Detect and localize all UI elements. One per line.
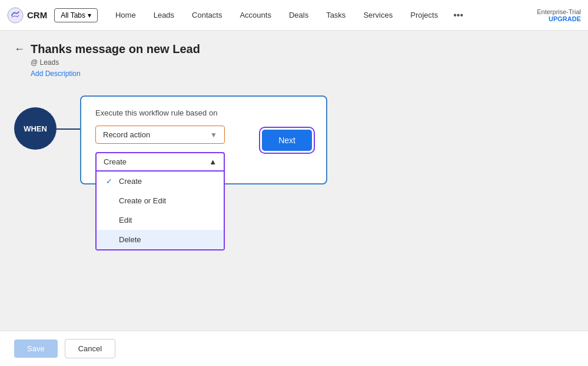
- nav-more-button[interactable]: •••: [447, 6, 469, 24]
- when-circle: WHEN: [14, 107, 57, 150]
- dropdown-create-edit-label: Create or Edit: [119, 196, 166, 205]
- nav-leads[interactable]: Leads: [145, 7, 182, 23]
- svg-point-0: [8, 8, 23, 23]
- all-tabs-chevron-icon: ▾: [88, 11, 91, 19]
- cancel-button[interactable]: Cancel: [65, 339, 115, 358]
- nav-deals[interactable]: Deals: [281, 7, 317, 23]
- create-chevron-icon: ▲: [209, 157, 217, 166]
- workflow-area: WHEN Execute this workflow rule based on…: [14, 95, 574, 184]
- enterprise-label: Enterprise-Trial: [537, 8, 581, 15]
- checkmark-icon: ✓: [106, 177, 114, 186]
- when-label: WHEN: [24, 124, 47, 133]
- crm-logo: CRM: [7, 7, 47, 24]
- top-navigation: CRM All Tabs ▾ Home Leads Contacts Accou…: [0, 0, 588, 31]
- record-action-label: Record action: [103, 130, 150, 139]
- all-tabs-button[interactable]: All Tabs ▾: [54, 8, 98, 22]
- crm-text: CRM: [27, 10, 47, 20]
- record-action-dropdown[interactable]: Record action ▼: [95, 126, 225, 144]
- nav-home[interactable]: Home: [107, 7, 144, 23]
- back-arrow-icon[interactable]: ←: [14, 43, 25, 55]
- nav-projects[interactable]: Projects: [402, 7, 446, 23]
- page-title: Thanks message on new Lead: [31, 42, 200, 56]
- enterprise-section: Enterprise-Trial UPGRADE: [537, 8, 581, 22]
- workflow-card-title: Execute this workflow rule based on: [95, 108, 312, 117]
- add-description-link[interactable]: Add Description: [31, 70, 81, 78]
- bottom-bar: Save Cancel: [0, 331, 588, 366]
- dropdown-item-create[interactable]: ✓ Create: [97, 172, 224, 191]
- workflow-card: Execute this workflow rule based on Reco…: [80, 95, 327, 184]
- dropdown-edit-label: Edit: [119, 216, 132, 225]
- create-dropdown-menu: ✓ Create Create or Edit Edit Delete: [95, 172, 225, 250]
- all-tabs-label: All Tabs: [61, 11, 85, 19]
- page-header: ← Thanks message on new Lead @ Leads Add…: [14, 42, 574, 78]
- nav-links: Home Leads Contacts Accounts Deals Tasks…: [107, 6, 534, 24]
- connector-line: [57, 128, 80, 130]
- crm-logo-icon: [7, 7, 24, 24]
- create-dropdown-trigger[interactable]: Create ▲: [95, 152, 225, 172]
- dropdown-item-edit[interactable]: Edit: [97, 210, 224, 230]
- nav-accounts[interactable]: Accounts: [231, 7, 279, 23]
- upgrade-link[interactable]: UPGRADE: [537, 15, 581, 22]
- dropdown-create-label: Create: [119, 177, 142, 186]
- save-button[interactable]: Save: [14, 339, 58, 358]
- dropdown-item-delete[interactable]: Delete: [97, 230, 224, 249]
- record-action-chevron-icon: ▼: [210, 131, 217, 139]
- page-subtitle: @ Leads: [31, 58, 574, 67]
- main-content: ← Thanks message on new Lead @ Leads Add…: [0, 31, 588, 331]
- dropdown-item-create-or-edit[interactable]: Create or Edit: [97, 191, 224, 210]
- nav-contacts[interactable]: Contacts: [184, 7, 230, 23]
- create-dropdown-container: Create ▲ ✓ Create Create or Edit Edit: [95, 152, 312, 172]
- back-row: ← Thanks message on new Lead: [14, 42, 574, 56]
- nav-tasks[interactable]: Tasks: [318, 7, 354, 23]
- dropdown-delete-label: Delete: [119, 235, 141, 244]
- create-selected-label: Create: [104, 157, 127, 166]
- nav-services[interactable]: Services: [355, 7, 401, 23]
- next-button[interactable]: Next: [262, 130, 312, 151]
